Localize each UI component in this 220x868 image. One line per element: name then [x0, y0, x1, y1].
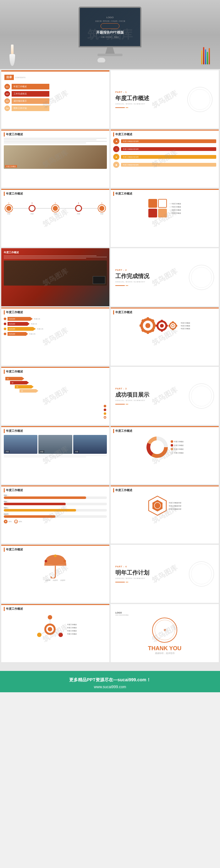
slide-timeline-left: 年度工作概述 ▼ 内容 ▼ 内容 ▼	[1, 189, 109, 247]
slide-photo-content: 年度工作概述 年度工作概述	[1, 130, 109, 171]
ty-logo-text: LOGO	[115, 612, 122, 614]
hub-container	[34, 614, 66, 645]
slide-buildings-left: 年度工作概述 内容 内容 内容	[1, 426, 109, 484]
section-title-8: 年度工作概述	[4, 429, 107, 433]
umbrella-label-3: 内容03	[60, 579, 65, 581]
row-1: 目录 CONTENTS 01 年度工作概述 02 工作完成情况 03 成功项目展…	[1, 70, 219, 128]
bubble-row-2: ☆ 年度工作概述内容说明	[113, 146, 216, 152]
cube-1	[148, 199, 157, 208]
bubble-row-3: ● 年度工作概述内容说明	[113, 154, 216, 160]
section-title-1: 年度工作概述	[4, 132, 107, 136]
gear-labels: 年度工作概述 年度工作概述 年度工作概述	[181, 322, 190, 330]
bubbles-list: ★ 年度工作概述内容说明 ☆ 年度工作概述内容说明 ● 年度工作概述内容说明 ◆…	[113, 138, 216, 168]
part1-circle	[187, 87, 213, 112]
hero-deco-left	[9, 44, 15, 66]
toc-slide: 目录 CONTENTS 01 年度工作概述 02 工作完成情况 03 成功项目展…	[1, 70, 109, 128]
hub-svg	[34, 614, 66, 645]
slide-bubbles-right: 年度工作概述 ★ 年度工作概述内容说明 ☆ 年度工作概述内容说明 ● 年度工作概…	[111, 130, 219, 188]
section-title-10: 年度工作概述	[4, 488, 107, 492]
bubble-1: 年度工作概述内容说明	[121, 140, 216, 143]
svg-point-42	[48, 627, 52, 631]
screen-name: 汇报：XXX 部门：销售部	[95, 36, 125, 38]
text-line	[4, 141, 107, 142]
row-7: 年度工作概述 内容 内容 内容	[1, 426, 219, 484]
building-label-3: 内容	[74, 450, 79, 453]
dark-line	[4, 257, 107, 257]
spacer-row	[1, 663, 219, 670]
bubble-row-4: ◆ 年度工作概述内容说明	[113, 162, 216, 168]
cube-label-4: — 年度工作概述	[169, 212, 181, 214]
cubes-diagram: — 年度工作概述 — 年度工作概述 — 年度工作概述 — 年度工作概述	[113, 199, 216, 217]
bubble-3: 年度工作概述内容说明	[121, 155, 216, 159]
hex-labels: 年度工作概述内容 年度工作概述内容 年度工作概述内容	[169, 502, 181, 510]
toc-item-1: 01 年度工作概述	[4, 84, 106, 89]
arrow-label-3: 内容说明	[9, 328, 15, 330]
arrow-text-4: 年度工作	[29, 333, 35, 335]
part3-title-slide: PART - 3 成功项目展示 ANNUAL WORK SUMMARY	[111, 367, 219, 425]
section-title-12: 年度工作概述	[4, 548, 107, 552]
building-line-2	[4, 457, 86, 457]
slide-arrows-content: 年度工作概述 内容说明 年度工作 内容说明 年度工作 内	[1, 308, 109, 338]
prog-circle-1: ★	[4, 520, 7, 523]
footer-main-text: 更多精品PPT资源尽在—sucai999.com！	[0, 677, 220, 683]
section-title-7: 年度工作概述	[4, 370, 107, 374]
screen-content: LOGO 合适汇报｜晋升交流｜工作总结｜工作汇报 开题报告PPT模版 汇报：XX…	[93, 13, 128, 40]
bubble-icon-2: ☆	[113, 146, 119, 152]
footer-section: 更多精品PPT资源尽在—sucai999.com！ www.sucai999.c…	[0, 671, 220, 692]
tl-label-3: ▼	[55, 202, 56, 204]
slide-donut-right: 年度工作概述 年度工作概述	[111, 426, 219, 484]
stair-dot-4	[104, 416, 106, 418]
donut-legend: 年度工作概述 年度工作概述 年度工作概述 年度工作概述	[171, 440, 184, 454]
arrow-row-3: 内容说明 年度工作	[4, 327, 107, 331]
part1-title-slide: PART - 1 年度工作概述 ANNUAL WORK SUMMARY	[111, 70, 219, 128]
svg-point-32	[54, 555, 57, 557]
arrow-row-4: 内容说明 年度工作	[4, 332, 107, 336]
progress-track-3	[4, 509, 107, 512]
stair-dot-3	[104, 412, 106, 415]
screen-circle	[101, 23, 119, 29]
toc-bar-2: 工作完成情况	[11, 91, 49, 97]
dark-title: 年度工作概述	[4, 251, 107, 254]
arrow-dot-2	[4, 322, 6, 325]
progress-icons: ★ 80% ● 60%	[4, 520, 107, 523]
svg-rect-14	[156, 325, 158, 327]
hex-shape	[148, 496, 167, 516]
arrows-stack: 内容说明 年度工作 内容说明 年度工作 内容说明 年度工作	[4, 317, 107, 336]
tl-label-4: ▼	[78, 202, 80, 204]
legend-dot-4	[171, 452, 173, 454]
legend-dot-2	[171, 444, 173, 446]
progress-fill-2	[4, 503, 66, 505]
ty-logo-sub: XXX XXXXXXXNG	[115, 614, 129, 616]
toc-content: 目录 CONTENTS 01 年度工作概述 02 工作完成情况 03 成功项目展…	[1, 71, 109, 114]
tl-label-5: ▼	[101, 202, 103, 204]
row-2: 年度工作概述 年度工作概述 年度工作概述	[1, 130, 219, 188]
bubble-2: 年度工作概述内容说明	[121, 147, 216, 151]
bubble-icon-1: ★	[113, 138, 119, 144]
donut-group: 年度工作概述 年度工作概述 年度工作概述 年度工作概述	[113, 436, 216, 458]
svg-point-26	[152, 441, 163, 453]
slide-dark-photo: 年度工作概述	[1, 248, 109, 306]
gear-svg-1	[139, 317, 157, 334]
gear-svg-3	[168, 321, 177, 331]
tl-text-5: 内容	[100, 213, 103, 215]
hub-label-1: 年度工作概述	[67, 624, 77, 625]
slide-hexagon-content: 年度工作概述 年度工作概述内容	[111, 487, 219, 518]
building-text	[4, 455, 107, 457]
cube-label-1: — 年度工作概述	[169, 203, 181, 205]
slides-grid: 目录 CONTENTS 01 年度工作概述 02 工作完成情况 03 成功项目展…	[0, 69, 220, 671]
legend-dot-3	[171, 448, 173, 450]
part2-circle	[189, 265, 214, 290]
building-line-1	[4, 455, 107, 456]
slide-cubes-content: 年度工作概述 — 年度工作概述 — 年度工作概述 — 年度工作概述 — 年度工作…	[111, 190, 219, 219]
legend-label-1: 年度工作概述	[174, 441, 184, 442]
arrow-shape-1: 内容说明	[7, 317, 33, 321]
part3-circle	[189, 383, 214, 409]
row-9: 年度工作概述	[1, 545, 219, 603]
progress-item-3: 指标三	[4, 507, 107, 512]
stair-arrows: 01 02 03 04	[4, 377, 107, 393]
toc-item-3: 03 成功项目展示	[4, 98, 106, 104]
legend-4: 年度工作概述	[171, 452, 184, 454]
legend-1: 年度工作概述	[171, 440, 184, 443]
progress-fill-4	[4, 515, 55, 518]
photo-placeholder: 年度工作概述	[4, 145, 107, 169]
